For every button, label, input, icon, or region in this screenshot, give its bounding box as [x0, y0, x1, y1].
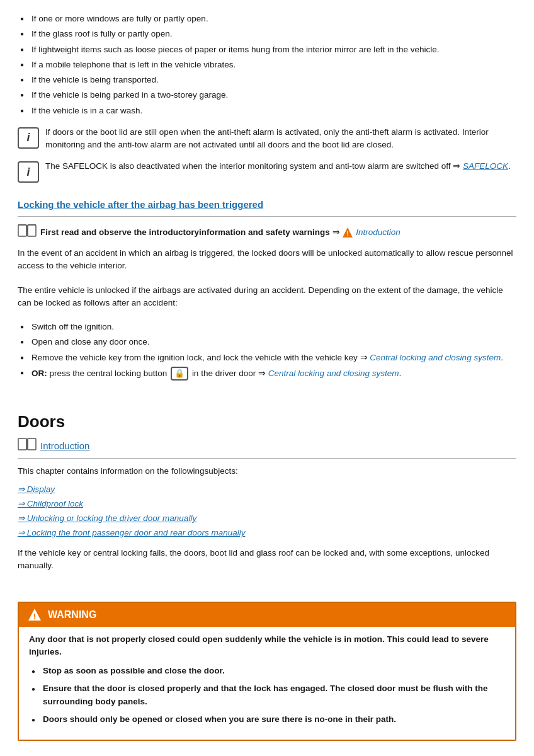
list-item: If one or more windows are fully or part…: [18, 13, 516, 25]
list-item: If lightweight items such as loose piece…: [18, 43, 516, 56]
list-item: If a mobile telephone that is left in th…: [18, 59, 516, 71]
svg-rect-1: [28, 225, 36, 236]
info-box-2-arrow: ⇒: [453, 161, 460, 171]
list-item: If the vehicle is being transported.: [18, 74, 516, 86]
warning-label: WARNING: [48, 607, 96, 622]
lock-button-icon: 🔒: [171, 367, 188, 381]
svg-text:!: !: [347, 230, 349, 238]
bullet4-mid: press the central locking button: [47, 368, 169, 377]
bullet3-text: Remove the vehicle key from the ignition…: [31, 353, 358, 362]
info-box-2-before: The SAFELOCK is also deactivated when th…: [45, 161, 453, 171]
info-box-2: i The SAFELOCK is also deactivated when …: [18, 160, 516, 183]
safelock-link[interactable]: SAFELOCK: [463, 161, 508, 171]
airbag-intro-link[interactable]: Introduction: [356, 226, 401, 239]
svg-rect-0: [18, 225, 26, 236]
warning-bullet-list: Stop as soon as possible and close the d…: [29, 665, 505, 726]
list-item: Remove the vehicle key from the ignition…: [18, 352, 516, 364]
airbag-intro-line: First read and observe the introductory​…: [18, 223, 516, 242]
svg-rect-8: [18, 438, 26, 450]
list-item: Switch off the ignition.: [18, 321, 516, 333]
warning-triangle-icon: !: [28, 608, 42, 622]
airbag-para1: In the event of an accident in which an …: [18, 247, 516, 273]
info-box-2-text: The SAFELOCK is also deactivated when th…: [45, 160, 516, 173]
chapter-link-driver-door[interactable]: ⇒ Unlocking or locking the driver door m…: [18, 512, 516, 526]
bullet3-link[interactable]: Central locking and closing system: [370, 353, 501, 362]
svg-rect-9: [28, 438, 36, 450]
bullet4-link[interactable]: Central locking and closing system: [268, 368, 399, 377]
bullet3-arrow: ⇒: [360, 353, 368, 362]
svg-text:!: !: [33, 612, 36, 621]
airbag-section: Locking the vehicle after the airbag has…: [18, 198, 516, 381]
doors-main-heading: Doors: [18, 410, 516, 434]
chapter-link-childproof[interactable]: ⇒ Childproof lock: [18, 497, 516, 512]
bullet4-arrow: ⇒: [258, 368, 266, 377]
top-bullet-list: If one or more windows are fully or part…: [18, 13, 516, 117]
airbag-intro-bold: First read and observe the introductory​…: [40, 226, 330, 239]
warning-small-icon: !: [342, 227, 353, 238]
warning-list-item: Ensure that the door is closed properly …: [29, 682, 505, 708]
airbag-para2: The entire vehicle is unlocked if the ai…: [18, 284, 516, 310]
info-box-1: i If doors or the boot lid are still ope…: [18, 126, 516, 152]
warning-list-item: Stop as soon as possible and close the d…: [29, 665, 505, 677]
warning-header: ! WARNING: [19, 603, 515, 627]
info-box-1-text: If doors or the boot lid are still open …: [45, 126, 516, 152]
list-item: Open and close any door once.: [18, 336, 516, 348]
doors-final-para: If the vehicle key or central locking fa…: [18, 547, 516, 573]
airbag-bullet-list: Switch off the ignition. Open and close …: [18, 321, 516, 381]
doors-book-icon: [18, 437, 37, 455]
list-item: If the vehicle is in a car wash.: [18, 105, 516, 117]
info-icon-2: i: [18, 161, 39, 183]
bullet4-in-driver: in the driver door: [192, 368, 258, 377]
list-item: OR: press the central locking button 🔒 i…: [18, 367, 516, 381]
doors-intro-heading[interactable]: Introduction: [40, 439, 89, 454]
warning-list-item: Doors should only be opened or closed wh…: [29, 713, 505, 726]
warning-body: Any door that is not properly closed cou…: [19, 627, 515, 740]
chapter-link-display[interactable]: ⇒ Display: [18, 483, 516, 497]
airbag-section-heading: Locking the vehicle after the airbag has…: [18, 198, 263, 214]
doors-intro-section-line: Introduction: [18, 437, 516, 459]
list-item: If the vehicle is being parked in a two-…: [18, 89, 516, 101]
list-item: If the glass roof is fully or partly ope…: [18, 28, 516, 40]
warning-box: ! WARNING Any door that is not properly …: [18, 602, 516, 742]
warning-main-text: Any door that is not properly closed cou…: [29, 633, 505, 659]
airbag-intro-arrow: ⇒: [332, 226, 340, 239]
book-icon: [18, 223, 37, 242]
bullet4-or: OR:: [31, 368, 47, 377]
chapter-link-passenger-door[interactable]: ⇒ Locking the front passenger door and r…: [18, 526, 516, 541]
info-icon-1: i: [18, 127, 39, 149]
chapter-links: ⇒ Display ⇒ Childproof lock ⇒ Unlocking …: [18, 483, 516, 541]
doors-intro-para: This chapter contains information on the…: [18, 465, 516, 478]
info-box-2-after: .: [508, 161, 511, 171]
